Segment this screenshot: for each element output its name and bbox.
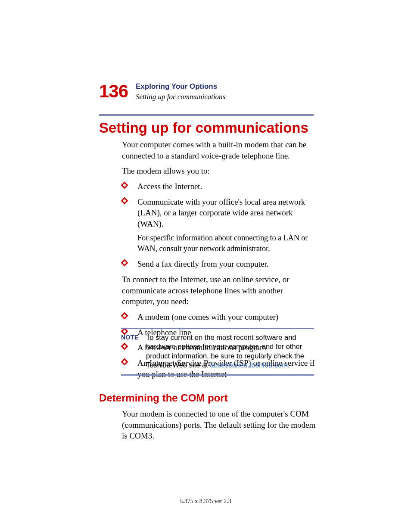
feature-list: Access the Internet. Communicate with yo…: [122, 181, 316, 270]
page-container: 136 Exploring Your Options Setting up fo…: [0, 0, 411, 532]
page-number: 136: [99, 81, 128, 102]
list-item-text: Access the Internet.: [137, 182, 202, 191]
main-heading: Setting up for communications: [99, 120, 308, 136]
list-item-subnote: For specific information about connectin…: [137, 233, 316, 254]
list-item-text: A modem (one comes with your computer): [137, 312, 278, 321]
note-text: To stay current on the most recent softw…: [146, 333, 315, 370]
list-item-text: Send a fax directly from your computer.: [137, 259, 268, 268]
note-text-after: .: [288, 361, 290, 369]
list-item: A modem (one comes with your computer): [122, 311, 316, 323]
list-item-text: Communicate with your office's local are…: [137, 197, 305, 228]
intro-paragraph-2: The modem allows you to:: [122, 165, 316, 177]
chapter-title: Exploring Your Options: [136, 82, 225, 91]
note-divider-top: [121, 328, 314, 329]
list-item: Access the Internet.: [122, 181, 316, 192]
footer-version: 5.375 x 8.375 ver 2.3: [0, 498, 411, 505]
sub-paragraph: Your modem is connected to one of the co…: [122, 408, 316, 442]
intro-paragraph-1: Your computer comes with a built-in mode…: [122, 139, 316, 161]
list-item: Communicate with your office's local are…: [122, 196, 316, 255]
note-link[interactable]: accessories.toshiba.com: [210, 361, 288, 369]
note-label: NOTE: [121, 334, 139, 341]
divider-thick: [99, 114, 314, 116]
note-block: NOTE To stay current on the most recent …: [121, 333, 315, 370]
requirements-intro: To connect to the Internet, use an onlin…: [122, 274, 316, 307]
list-item: Send a fax directly from your computer.: [122, 258, 316, 270]
header-text: Exploring Your Options Setting up for co…: [136, 82, 225, 101]
note-divider-bottom: [121, 374, 314, 376]
body-block-2: Your modem is connected to one of the co…: [122, 408, 316, 446]
sub-heading: Determining the COM port: [99, 392, 228, 404]
section-subtitle: Setting up for communications: [136, 93, 225, 101]
